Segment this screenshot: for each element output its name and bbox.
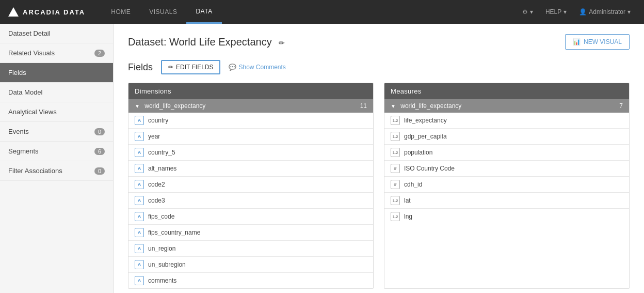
sidebar-item-related-visuals[interactable]: Related Visuals 2 <box>0 43 113 63</box>
show-comments-button[interactable]: 💬 Show Comments <box>229 64 285 71</box>
sidebar-label-segments: Segments <box>8 147 39 155</box>
dataset-title: Dataset: World Life Expectancy ✏ <box>128 36 285 48</box>
sidebar-label-analytical-views: Analytical Views <box>8 108 57 116</box>
text-type-icon: A <box>135 180 144 189</box>
measures-group-header[interactable]: ▼ world_life_expectancy 7 <box>384 99 629 113</box>
dimensions-group-count: 11 <box>360 102 367 110</box>
table-row: 1.2 population <box>384 145 629 161</box>
hash-type-icon: # <box>391 164 400 173</box>
table-row: A country_5 <box>128 145 373 161</box>
fields-header: Fields ✏ EDIT FIELDS 💬 Show Comments <box>128 60 630 74</box>
table-row: A un_region <box>128 241 373 257</box>
table-row: 1.2 lat <box>384 193 629 209</box>
field-name: fips_country_name <box>148 229 200 236</box>
sidebar-item-filter-associations[interactable]: Filter Associations 0 <box>0 161 113 181</box>
table-row: A fips_code <box>128 209 373 225</box>
hash-type-icon: # <box>391 180 400 189</box>
field-name: lat <box>404 197 411 204</box>
measures-group-name: world_life_expectancy <box>400 102 461 110</box>
text-type-icon: A <box>135 132 144 141</box>
user-arrow-icon: ▾ <box>627 8 631 16</box>
tables-layout: Dimensions ▼ world_life_expectancy 11 A … <box>128 83 630 289</box>
num-type-icon: 1.2 <box>391 212 400 221</box>
gear-icon: ⚙ <box>522 8 528 16</box>
table-row: A un_subregion <box>128 257 373 273</box>
num-type-icon: 1.2 <box>391 132 400 141</box>
nav-links: HOME VISUALS DATA <box>102 0 517 24</box>
measures-group-arrow-icon: ▼ <box>391 103 396 109</box>
table-row: A code3 <box>128 193 373 209</box>
user-label: Administrator <box>589 8 625 16</box>
help-arrow-icon: ▾ <box>564 8 567 16</box>
nav-home[interactable]: HOME <box>102 0 140 24</box>
text-type-icon: A <box>135 212 144 221</box>
nav-visuals[interactable]: VISUALS <box>140 0 186 24</box>
field-name: alt_names <box>148 165 176 172</box>
sidebar-item-fields[interactable]: Fields <box>0 63 113 83</box>
user-icon: 👤 <box>579 8 587 16</box>
field-name: code3 <box>148 197 165 204</box>
events-badge: 0 <box>94 128 105 135</box>
field-name: gdp_per_capita <box>404 133 447 140</box>
text-type-icon: A <box>135 276 144 285</box>
text-type-icon: A <box>135 260 144 269</box>
body-layout: Dataset Detail Related Visuals 2 Fields … <box>0 24 644 293</box>
dimensions-group-name: world_life_expectancy <box>144 102 205 110</box>
num-type-icon: 1.2 <box>391 148 400 157</box>
help-button[interactable]: HELP ▾ <box>540 8 572 16</box>
table-row: 1.2 lng <box>384 209 629 224</box>
logo-triangle-icon <box>8 7 19 17</box>
edit-fields-button[interactable]: ✏ EDIT FIELDS <box>161 60 220 74</box>
user-menu-button[interactable]: 👤 Administrator ▾ <box>574 8 636 16</box>
num-type-icon: 1.2 <box>391 116 400 125</box>
dimensions-group-header[interactable]: ▼ world_life_expectancy 11 <box>128 99 373 113</box>
sidebar-item-dataset-detail[interactable]: Dataset Detail <box>0 24 113 43</box>
field-name: lng <box>404 213 412 220</box>
settings-arrow-icon: ▾ <box>530 8 533 16</box>
sidebar-label-data-model: Data Model <box>8 88 42 96</box>
sidebar-label-filter-associations: Filter Associations <box>8 167 62 175</box>
num-type-icon: 1.2 <box>391 196 400 205</box>
sidebar: Dataset Detail Related Visuals 2 Fields … <box>0 24 114 293</box>
new-visual-button[interactable]: 📊 NEW VISUAL <box>565 34 630 50</box>
table-row: # ISO Country Code <box>384 161 629 177</box>
table-row: A comments <box>128 273 373 288</box>
nav-right: ⚙ ▾ HELP ▾ 👤 Administrator ▾ <box>517 8 636 16</box>
related-visuals-badge: 2 <box>94 50 105 57</box>
settings-button[interactable]: ⚙ ▾ <box>517 8 538 16</box>
edit-dataset-icon[interactable]: ✏ <box>279 39 285 47</box>
table-row: A fips_country_name <box>128 225 373 241</box>
logo-text: ARCADIA DATA <box>23 8 85 16</box>
comment-icon: 💬 <box>229 64 236 71</box>
table-row: A alt_names <box>128 161 373 177</box>
field-name: un_region <box>148 245 175 252</box>
nav-data[interactable]: DATA <box>186 0 221 24</box>
measures-group-count: 7 <box>619 102 623 110</box>
text-type-icon: A <box>135 244 144 253</box>
text-type-icon: A <box>135 196 144 205</box>
sidebar-label-dataset-detail: Dataset Detail <box>8 29 51 37</box>
sidebar-item-events[interactable]: Events 0 <box>0 122 113 142</box>
sidebar-label-related-visuals: Related Visuals <box>8 49 55 57</box>
fields-title: Fields <box>128 62 153 73</box>
text-type-icon: A <box>135 116 144 125</box>
field-name: comments <box>148 277 176 284</box>
dimensions-table-header: Dimensions <box>128 83 373 99</box>
table-row: 1.2 gdp_per_capita <box>384 129 629 145</box>
table-row: A year <box>128 129 373 145</box>
new-visual-chart-icon: 📊 <box>573 38 581 45</box>
field-name: cdh_id <box>404 181 422 188</box>
measures-table-header: Measures <box>384 83 629 99</box>
measures-table: Measures ▼ world_life_expectancy 7 1.2 l… <box>384 83 630 289</box>
sidebar-item-segments[interactable]: Segments 6 <box>0 142 113 161</box>
sidebar-item-analytical-views[interactable]: Analytical Views <box>0 102 113 122</box>
logo: ARCADIA DATA <box>8 7 85 17</box>
field-name: country <box>148 117 168 124</box>
top-navigation: ARCADIA DATA HOME VISUALS DATA ⚙ ▾ HELP … <box>0 0 644 24</box>
field-name: fips_code <box>148 213 174 220</box>
pencil-icon: ✏ <box>168 64 173 71</box>
sidebar-item-data-model[interactable]: Data Model <box>0 83 113 102</box>
table-row: A code2 <box>128 177 373 193</box>
field-name: population <box>404 149 432 156</box>
text-type-icon: A <box>135 164 144 173</box>
